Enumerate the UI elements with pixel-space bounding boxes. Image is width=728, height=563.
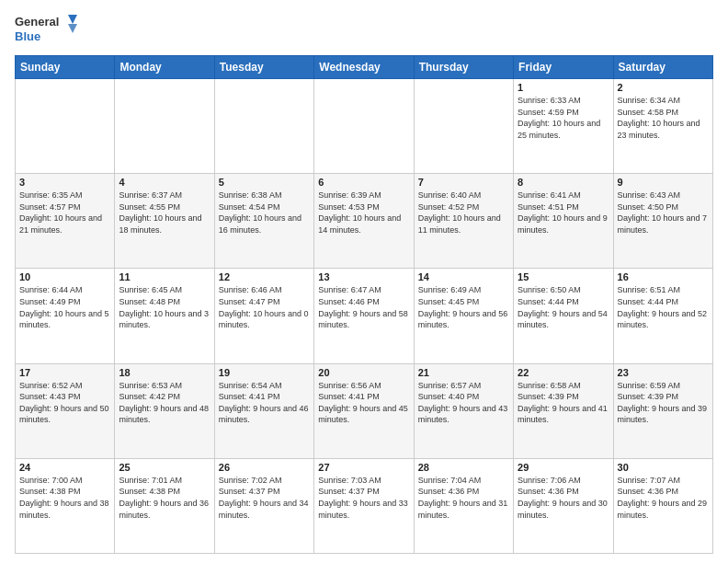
- day-info: Sunrise: 6:40 AM Sunset: 4:52 PM Dayligh…: [418, 190, 509, 236]
- day-number: 30: [618, 462, 709, 473]
- day-number: 15: [518, 271, 609, 282]
- logo: General Blue: [15, 11, 79, 48]
- calendar-cell: 25Sunrise: 7:01 AM Sunset: 4:38 PM Dayli…: [115, 458, 214, 553]
- weekday-header-saturday: Saturday: [613, 56, 712, 79]
- day-number: 26: [219, 462, 310, 473]
- day-number: 29: [518, 462, 609, 473]
- svg-marker-3: [68, 24, 77, 33]
- weekday-header-friday: Friday: [514, 56, 613, 79]
- calendar-cell: 28Sunrise: 7:04 AM Sunset: 4:36 PM Dayli…: [414, 458, 513, 553]
- day-number: 16: [618, 271, 709, 282]
- day-number: 1: [518, 82, 609, 93]
- calendar-cell: 18Sunrise: 6:53 AM Sunset: 4:42 PM Dayli…: [115, 363, 214, 458]
- calendar-cell: [414, 79, 513, 174]
- day-info: Sunrise: 6:50 AM Sunset: 4:44 PM Dayligh…: [518, 284, 609, 330]
- day-number: 23: [618, 367, 709, 378]
- calendar-cell: 23Sunrise: 6:59 AM Sunset: 4:39 PM Dayli…: [613, 363, 712, 458]
- calendar-cell: [115, 79, 214, 174]
- calendar-cell: 5Sunrise: 6:38 AM Sunset: 4:54 PM Daylig…: [214, 174, 313, 269]
- day-info: Sunrise: 6:58 AM Sunset: 4:39 PM Dayligh…: [518, 380, 609, 426]
- day-number: 18: [119, 367, 210, 378]
- day-info: Sunrise: 7:03 AM Sunset: 4:37 PM Dayligh…: [318, 475, 409, 521]
- day-number: 17: [19, 367, 110, 378]
- calendar-cell: 9Sunrise: 6:43 AM Sunset: 4:50 PM Daylig…: [613, 174, 712, 269]
- calendar-cell: 15Sunrise: 6:50 AM Sunset: 4:44 PM Dayli…: [514, 269, 613, 363]
- day-number: 8: [518, 177, 609, 188]
- day-number: 19: [219, 367, 310, 378]
- logo-svg: General Blue: [15, 11, 79, 48]
- calendar-cell: 20Sunrise: 6:56 AM Sunset: 4:41 PM Dayli…: [314, 363, 414, 458]
- calendar-cell: 16Sunrise: 6:51 AM Sunset: 4:44 PM Dayli…: [613, 269, 712, 363]
- day-info: Sunrise: 6:45 AM Sunset: 4:48 PM Dayligh…: [119, 284, 210, 330]
- day-info: Sunrise: 6:52 AM Sunset: 4:43 PM Dayligh…: [19, 380, 110, 426]
- calendar-cell: 12Sunrise: 6:46 AM Sunset: 4:47 PM Dayli…: [214, 269, 313, 363]
- page: General Blue SundayMondayTuesdayWednesda…: [0, 0, 728, 563]
- day-number: 28: [418, 462, 509, 473]
- day-info: Sunrise: 6:47 AM Sunset: 4:46 PM Dayligh…: [318, 284, 409, 330]
- calendar-cell: [314, 79, 414, 174]
- day-info: Sunrise: 6:56 AM Sunset: 4:41 PM Dayligh…: [318, 380, 409, 426]
- calendar-cell: 3Sunrise: 6:35 AM Sunset: 4:57 PM Daylig…: [16, 174, 115, 269]
- day-number: 25: [119, 462, 210, 473]
- svg-text:General: General: [15, 15, 59, 29]
- day-number: 9: [618, 177, 709, 188]
- svg-text:Blue: Blue: [15, 29, 40, 43]
- day-number: 10: [19, 271, 110, 282]
- day-info: Sunrise: 6:39 AM Sunset: 4:53 PM Dayligh…: [318, 190, 409, 236]
- calendar-cell: [214, 79, 313, 174]
- day-info: Sunrise: 6:37 AM Sunset: 4:55 PM Dayligh…: [119, 190, 210, 236]
- day-info: Sunrise: 7:07 AM Sunset: 4:36 PM Dayligh…: [618, 475, 709, 521]
- calendar-cell: 19Sunrise: 6:54 AM Sunset: 4:41 PM Dayli…: [214, 363, 313, 458]
- calendar-cell: 7Sunrise: 6:40 AM Sunset: 4:52 PM Daylig…: [414, 174, 513, 269]
- calendar-cell: 27Sunrise: 7:03 AM Sunset: 4:37 PM Dayli…: [314, 458, 414, 553]
- day-info: Sunrise: 6:53 AM Sunset: 4:42 PM Dayligh…: [119, 380, 210, 426]
- calendar-cell: 14Sunrise: 6:49 AM Sunset: 4:45 PM Dayli…: [414, 269, 513, 363]
- day-info: Sunrise: 6:43 AM Sunset: 4:50 PM Dayligh…: [618, 190, 709, 236]
- day-info: Sunrise: 6:34 AM Sunset: 4:58 PM Dayligh…: [618, 95, 709, 141]
- day-number: 13: [318, 271, 409, 282]
- calendar-cell: 24Sunrise: 7:00 AM Sunset: 4:38 PM Dayli…: [16, 458, 115, 553]
- day-number: 24: [19, 462, 110, 473]
- calendar-cell: 17Sunrise: 6:52 AM Sunset: 4:43 PM Dayli…: [16, 363, 115, 458]
- weekday-header-sunday: Sunday: [16, 56, 115, 79]
- day-info: Sunrise: 7:02 AM Sunset: 4:37 PM Dayligh…: [219, 475, 310, 521]
- svg-marker-2: [68, 15, 77, 24]
- day-info: Sunrise: 6:46 AM Sunset: 4:47 PM Dayligh…: [219, 284, 310, 330]
- day-info: Sunrise: 6:35 AM Sunset: 4:57 PM Dayligh…: [19, 190, 110, 236]
- weekday-header-wednesday: Wednesday: [314, 56, 414, 79]
- day-number: 2: [618, 82, 709, 93]
- day-number: 22: [518, 367, 609, 378]
- day-info: Sunrise: 7:04 AM Sunset: 4:36 PM Dayligh…: [418, 475, 509, 521]
- day-number: 20: [318, 367, 409, 378]
- calendar-cell: [16, 79, 115, 174]
- calendar-cell: 4Sunrise: 6:37 AM Sunset: 4:55 PM Daylig…: [115, 174, 214, 269]
- day-info: Sunrise: 6:51 AM Sunset: 4:44 PM Dayligh…: [618, 284, 709, 330]
- day-info: Sunrise: 6:49 AM Sunset: 4:45 PM Dayligh…: [418, 284, 509, 330]
- calendar-cell: 2Sunrise: 6:34 AM Sunset: 4:58 PM Daylig…: [613, 79, 712, 174]
- day-number: 12: [219, 271, 310, 282]
- day-number: 14: [418, 271, 509, 282]
- calendar-cell: 6Sunrise: 6:39 AM Sunset: 4:53 PM Daylig…: [314, 174, 414, 269]
- day-info: Sunrise: 7:01 AM Sunset: 4:38 PM Dayligh…: [119, 475, 210, 521]
- calendar-week-5: 24Sunrise: 7:00 AM Sunset: 4:38 PM Dayli…: [16, 458, 713, 553]
- calendar-cell: 30Sunrise: 7:07 AM Sunset: 4:36 PM Dayli…: [613, 458, 712, 553]
- day-number: 6: [318, 177, 409, 188]
- day-number: 27: [318, 462, 409, 473]
- calendar-cell: 13Sunrise: 6:47 AM Sunset: 4:46 PM Dayli…: [314, 269, 414, 363]
- day-info: Sunrise: 6:59 AM Sunset: 4:39 PM Dayligh…: [618, 380, 709, 426]
- day-number: 3: [19, 177, 110, 188]
- day-info: Sunrise: 6:44 AM Sunset: 4:49 PM Dayligh…: [19, 284, 110, 330]
- day-info: Sunrise: 6:54 AM Sunset: 4:41 PM Dayligh…: [219, 380, 310, 426]
- weekday-header-monday: Monday: [115, 56, 214, 79]
- day-number: 5: [219, 177, 310, 188]
- day-number: 11: [119, 271, 210, 282]
- day-info: Sunrise: 6:38 AM Sunset: 4:54 PM Dayligh…: [219, 190, 310, 236]
- day-number: 4: [119, 177, 210, 188]
- calendar-week-2: 3Sunrise: 6:35 AM Sunset: 4:57 PM Daylig…: [16, 174, 713, 269]
- day-info: Sunrise: 7:00 AM Sunset: 4:38 PM Dayligh…: [19, 475, 110, 521]
- calendar-cell: 22Sunrise: 6:58 AM Sunset: 4:39 PM Dayli…: [514, 363, 613, 458]
- day-number: 7: [418, 177, 509, 188]
- day-info: Sunrise: 7:06 AM Sunset: 4:36 PM Dayligh…: [518, 475, 609, 521]
- day-info: Sunrise: 6:57 AM Sunset: 4:40 PM Dayligh…: [418, 380, 509, 426]
- calendar-cell: 11Sunrise: 6:45 AM Sunset: 4:48 PM Dayli…: [115, 269, 214, 363]
